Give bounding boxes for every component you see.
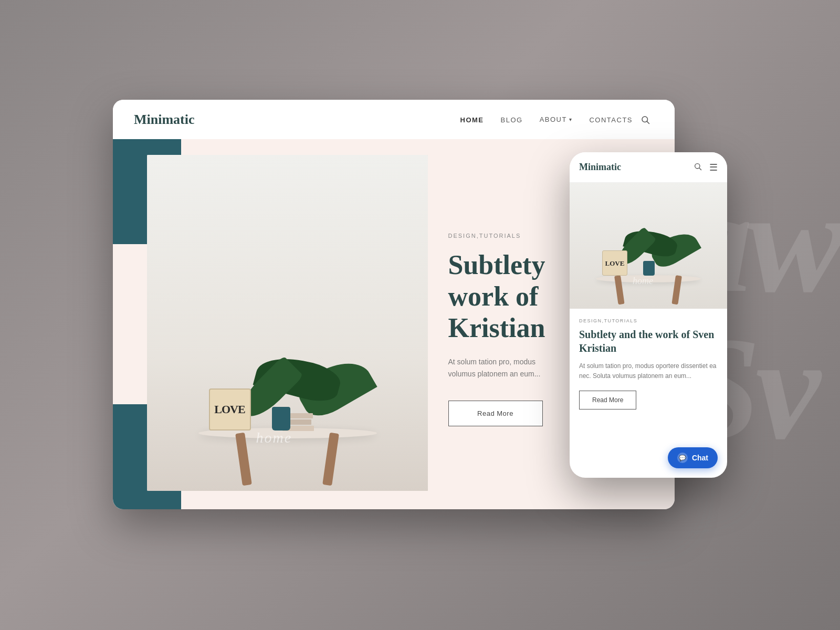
nav-link-home[interactable]: HOME xyxy=(460,116,484,124)
mobile-plant-scene: LOVE home xyxy=(570,183,727,309)
chat-button[interactable]: 💬 Chat xyxy=(668,447,718,468)
mobile-article-content: DESIGN,TUTORIALS Subtlety and the work o… xyxy=(570,309,727,457)
mobile-menu-icon[interactable]: ☰ xyxy=(709,163,718,172)
mobile-hero-image: LOVE home xyxy=(570,183,727,309)
nav-item-home[interactable]: HOME xyxy=(460,115,484,124)
mobile-home-text: home xyxy=(633,276,653,287)
svg-line-3 xyxy=(699,168,701,170)
mobile-article-title: Subtlety and the work of Sven Kristian xyxy=(579,328,718,355)
mobile-plant-vase xyxy=(643,261,655,276)
mobile-navbar: Minimatic ☰ xyxy=(570,152,727,183)
hero-photo: LOVE home xyxy=(147,155,428,491)
nav-link-contacts[interactable]: CONTACTS xyxy=(589,116,633,124)
desktop-hero-image-area: LOVE home xyxy=(113,139,422,509)
chevron-down-icon: ▾ xyxy=(569,117,573,122)
mobile-category-tag: DESIGN,TUTORIALS xyxy=(579,318,718,323)
mobile-love-frame: LOVE xyxy=(602,250,627,276)
desktop-search-icon[interactable] xyxy=(637,111,654,128)
mockups-container: Minimatic HOME BLOG ABOUT ▾ CONTACTS xyxy=(113,121,727,509)
nav-link-blog[interactable]: BLOG xyxy=(501,116,523,124)
desktop-navbar: Minimatic HOME BLOG ABOUT ▾ CONTACTS xyxy=(113,100,675,139)
desktop-logo: Minimatic xyxy=(134,112,195,128)
home-text-overlay: home xyxy=(256,429,292,446)
nav-link-about[interactable]: ABOUT ▾ xyxy=(540,116,573,123)
desktop-read-more-button[interactable]: Read More xyxy=(448,401,543,426)
chat-button-label: Chat xyxy=(692,454,708,462)
desktop-nav-links: HOME BLOG ABOUT ▾ CONTACTS xyxy=(460,115,633,124)
chat-icon: 💬 xyxy=(677,453,688,463)
plant-scene: LOVE home xyxy=(147,155,428,491)
mobile-nav-icons: ☰ xyxy=(694,162,718,173)
mobile-content: LOVE home DESIGN,TUTORIALS Subtlety and … xyxy=(570,183,727,478)
table-leg-left xyxy=(235,433,252,486)
nav-item-contacts[interactable]: CONTACTS xyxy=(589,115,633,124)
plant-vase xyxy=(272,407,290,430)
love-frame: LOVE xyxy=(209,388,251,430)
table-leg-right xyxy=(322,433,339,486)
mobile-read-more-button[interactable]: Read More xyxy=(579,391,636,410)
mobile-logo: Minimatic xyxy=(579,162,694,173)
nav-item-about[interactable]: ABOUT ▾ xyxy=(540,116,573,123)
svg-line-1 xyxy=(647,121,649,123)
mobile-article-excerpt: At solum tation pro, modus oportere diss… xyxy=(579,361,718,381)
nav-item-blog[interactable]: BLOG xyxy=(501,115,523,124)
mobile-mockup: Minimatic ☰ xyxy=(570,152,727,478)
mobile-search-icon[interactable] xyxy=(694,162,702,173)
